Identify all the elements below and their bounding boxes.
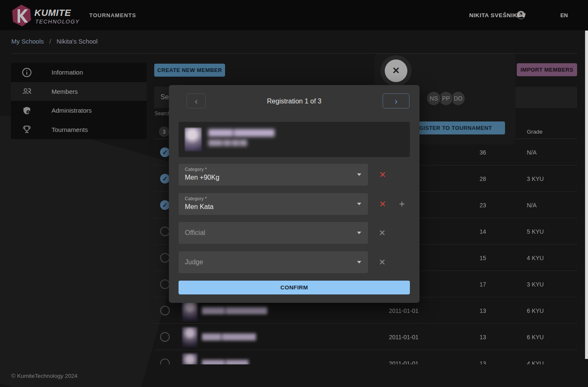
avatar[interactable]: NS (426, 91, 441, 106)
chevron-down-icon (357, 232, 361, 234)
member-birthdate-blurred: ████-██-██ ██ (208, 139, 246, 146)
row-checkbox[interactable] (160, 253, 170, 263)
member-birthdate: 2011-01-01 (389, 334, 419, 341)
confirm-button[interactable]: CONFIRM (179, 281, 410, 294)
sidebar-item-tournaments[interactable]: Tournaments (11, 120, 147, 139)
remove-category-1-button[interactable]: ✕ (378, 170, 388, 180)
sidebar-item-label: Members (52, 88, 78, 95)
member-birthdate: 2011-01-01 (389, 360, 419, 364)
grade-column-header: Grade (527, 129, 543, 135)
member-photo (182, 301, 197, 321)
member-grade: 4 KYU (527, 360, 544, 364)
member-grade: 5 KYU (527, 228, 544, 235)
table-row[interactable]: █████ █████████ 2011-01-01 13 6 KYU (154, 324, 577, 350)
member-grade: 4 KYU (527, 255, 544, 261)
row-checkbox[interactable] (160, 332, 170, 342)
members-icon (22, 86, 32, 96)
member-birthdate: 2011-01-01 (389, 307, 419, 314)
table-row[interactable]: ██████ ██████ 2011-01-01 13 4 KYU (154, 350, 577, 364)
close-panel-button[interactable]: ✕ (385, 59, 407, 82)
next-registration-button[interactable]: › (383, 93, 409, 108)
member-age: 13 (469, 360, 496, 364)
brand-subname: TECHNOLOGY (35, 18, 80, 25)
member-age: 17 (469, 281, 496, 288)
search-helper-text: Search (155, 111, 171, 116)
top-navbar: KUMITE TECHNOLOGY TOURNAMENTS NIKITA SVE… (0, 0, 588, 30)
member-name-blurred: ██████ ██████ (202, 360, 248, 364)
row-checkbox[interactable]: ✓ (160, 200, 170, 210)
remove-icon: ✕ (379, 199, 386, 209)
tournaments-icon (22, 124, 32, 134)
member-age: 36 (469, 149, 496, 156)
select-placeholder: Official (185, 229, 205, 237)
sidebar-item-label: Information (52, 69, 83, 76)
member-name-blurred: ██████ ███████████ (202, 307, 267, 314)
administrators-icon (22, 106, 32, 116)
member-age: 15 (469, 255, 496, 261)
clear-icon: ✕ (379, 257, 386, 267)
nav-tournaments-link[interactable]: TOURNAMENTS (89, 12, 136, 18)
remove-category-2-button[interactable]: ✕ (378, 199, 388, 209)
member-age: 28 (469, 175, 496, 182)
selected-member-card: ██████ ██████████ ████-██-██ ██ (179, 122, 410, 157)
row-checkbox[interactable]: ✓ (160, 147, 170, 157)
modal-title: Registration 1 of 3 (169, 98, 420, 105)
sidebar-item-label: Tournaments (52, 126, 88, 133)
footer-copyright: © KumiteTechnology 2024 (11, 373, 78, 379)
member-grade: 6 KYU (527, 307, 544, 314)
breadcrumb-separator: / (49, 38, 51, 45)
sidebar-item-members[interactable]: Members (11, 82, 147, 101)
chevron-down-icon (357, 173, 361, 176)
clear-official-button[interactable]: ✕ (377, 228, 387, 238)
brand-name: KUMITE (34, 8, 71, 18)
row-checkbox[interactable] (160, 306, 170, 315)
brand-logo[interactable]: KUMITE TECHNOLOGY (11, 3, 74, 27)
vertical-scrollbar[interactable] (585, 31, 588, 359)
import-members-button[interactable]: IMPORT MEMBERS (517, 63, 577, 76)
row-checkbox[interactable] (160, 359, 170, 364)
add-icon: + (399, 198, 405, 210)
kumite-hexagon-logo-icon (11, 4, 32, 27)
chevron-right-icon: › (395, 96, 398, 106)
category-select-2[interactable]: Category * Men Kata (179, 193, 368, 215)
member-name-blurred: █████ █████████ (202, 333, 256, 340)
member-grade: 6 KYU (527, 334, 544, 341)
add-category-button[interactable]: + (397, 199, 407, 209)
member-photo (185, 128, 202, 151)
select-value: Men +90Kg (185, 174, 219, 181)
clear-judge-button[interactable]: ✕ (377, 257, 387, 267)
row-checkbox[interactable] (160, 279, 170, 289)
select-label: Category * (185, 196, 207, 201)
select-label: Category * (185, 167, 207, 172)
breadcrumb-current: Nikita's School (57, 38, 98, 45)
create-new-member-button[interactable]: CREATE NEW MEMBER (154, 64, 225, 77)
language-switcher[interactable]: EN (560, 12, 568, 18)
member-grade: N/A (527, 202, 536, 209)
official-select[interactable]: Official (179, 222, 368, 244)
member-age: 23 (469, 202, 496, 209)
member-photo (182, 327, 197, 347)
info-icon (22, 67, 32, 77)
member-grade: 3 KYU (527, 175, 544, 182)
select-value: Men Kata (185, 203, 213, 211)
row-checkbox[interactable] (160, 227, 170, 236)
member-photo (182, 353, 197, 364)
sidebar-item-label: Administrators (52, 107, 92, 114)
member-age: 13 (469, 307, 496, 314)
category-select-1[interactable]: Category * Men +90Kg (179, 164, 368, 186)
sidebar-item-administrators[interactable]: Administrators (11, 101, 147, 120)
registration-modal: ‹ Registration 1 of 3 › ██████ █████████… (169, 85, 420, 303)
app-root: KUMITE TECHNOLOGY TOURNAMENTS NIKITA SVE… (0, 0, 588, 387)
sidebar-item-information[interactable]: Information (11, 63, 147, 82)
close-icon: ✕ (392, 65, 400, 76)
user-menu[interactable]: NIKITA SVEŠNIKOV (469, 12, 526, 18)
breadcrumb-my-schools[interactable]: My Schools (11, 38, 44, 45)
chevron-down-icon (357, 261, 361, 263)
judge-select[interactable]: Judge (179, 251, 368, 273)
school-sidebar: Information Members Administrators Tourn… (11, 63, 147, 139)
row-checkbox[interactable]: ✓ (160, 174, 170, 183)
selected-count-badge: 3 (159, 126, 169, 137)
member-grade: 3 KYU (527, 281, 544, 288)
chevron-down-icon (357, 203, 361, 205)
member-age: 14 (469, 228, 496, 235)
